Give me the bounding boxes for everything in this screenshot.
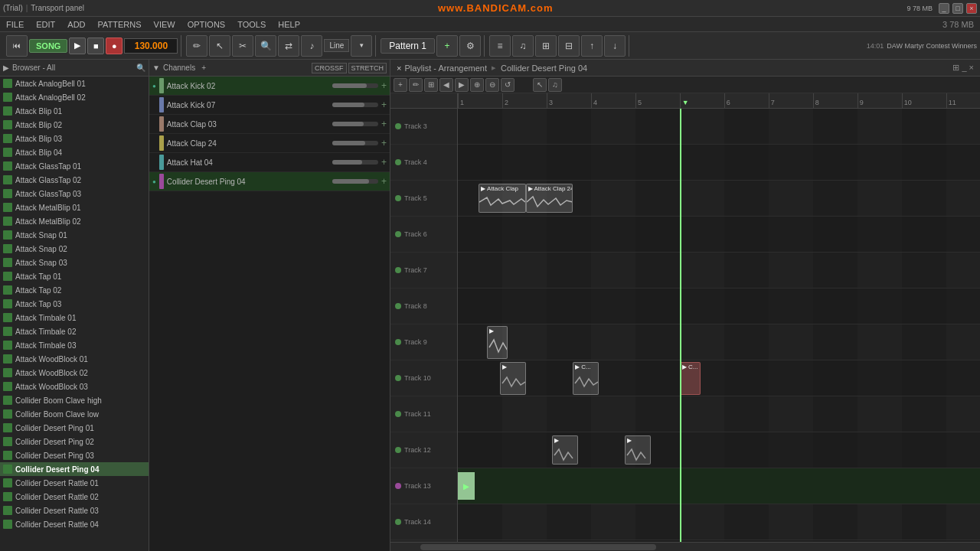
arrangement-close[interactable]: × <box>397 64 401 73</box>
track-4-row[interactable] <box>458 145 980 181</box>
channel-row-ping04[interactable]: ● Collider Desert Ping 04 + <box>149 172 390 191</box>
clip-track9[interactable]: ▶ <box>487 326 508 359</box>
record-button[interactable]: ● <box>106 37 122 54</box>
inst-item[interactable]: Collider Desert Ping 03 <box>0 448 149 462</box>
track-8-row[interactable] <box>458 289 980 324</box>
channel-volume[interactable] <box>332 122 378 126</box>
menu-patterns[interactable]: PATTERNS <box>92 18 148 31</box>
channel-plus-btn[interactable]: + <box>381 99 387 110</box>
minimize-button[interactable]: _ <box>939 3 949 14</box>
track-7-row[interactable] <box>458 253 980 289</box>
clip-track12-1[interactable]: ▶ <box>552 435 578 465</box>
track-5-row[interactable]: ▶ Attack Clap ▶ Attack Clap 24 <box>458 181 980 217</box>
stretch-btn[interactable]: STRETCH <box>348 63 387 73</box>
inst-item[interactable]: Collider Desert Rattle 02 <box>0 490 149 504</box>
panel-close[interactable]: × <box>969 63 974 73</box>
track-14-row[interactable] <box>458 504 980 540</box>
inst-item[interactable]: Attack Blip 02 <box>0 118 149 132</box>
track-13-row[interactable]: ▶ ▶ ▶ ▶ ▶ ▶ ▶ ▶ ▶ ▶ ▶ ▶ ▶ <box>458 468 980 504</box>
line-expand[interactable]: ▼ <box>351 35 372 57</box>
inst-item[interactable]: Attack Blip 04 <box>0 145 149 159</box>
rewind-button[interactable]: ⏮ <box>6 35 28 57</box>
inst-item[interactable]: Collider Desert Ping 01 <box>0 421 149 435</box>
inst-item[interactable]: Collider Desert Rattle 04 <box>0 517 149 531</box>
inst-item[interactable]: Attack Tap 03 <box>0 297 149 311</box>
crossfade-btn[interactable]: CROSSF <box>312 63 347 73</box>
clip-track10-1[interactable]: ▶ <box>500 362 526 395</box>
menu-add[interactable]: ADD <box>61 18 91 31</box>
snap-button[interactable]: ⊟ <box>558 35 580 57</box>
pattern-settings[interactable]: ⚙ <box>459 35 481 57</box>
horizontal-scrollbar[interactable] <box>390 542 980 551</box>
channel-volume[interactable] <box>332 141 378 145</box>
inst-item[interactable]: Collider Boom Clave high <box>0 393 149 407</box>
bpm-display[interactable]: 130.000 <box>124 38 178 54</box>
pattern-add[interactable]: + <box>436 35 458 57</box>
channel-plus-btn[interactable]: + <box>381 80 387 91</box>
channel-row-kick07[interactable]: ● Attack Kick 07 + <box>149 96 390 115</box>
inst-item[interactable]: Attack Timbale 02 <box>0 324 149 338</box>
inst-item[interactable]: Attack MetalBlip 02 <box>0 214 149 228</box>
inst-item[interactable]: Attack GlassTap 03 <box>0 187 149 201</box>
track-6-row[interactable] <box>458 217 980 253</box>
inst-item[interactable]: Attack GlassTap 02 <box>0 173 149 187</box>
inst-item[interactable]: Attack Timbale 03 <box>0 338 149 352</box>
browser-search-icon[interactable]: 🔍 <box>136 64 145 72</box>
inst-item-woodblock01[interactable]: Attack WoodBlock 01 <box>0 352 149 366</box>
inst-item[interactable]: Attack Snap 02 <box>0 242 149 256</box>
channel-volume[interactable] <box>332 160 378 165</box>
channel-volume[interactable] <box>332 83 378 88</box>
inst-item[interactable]: Attack Tap 01 <box>0 269 149 283</box>
arr-tool-zoom-in[interactable]: ⊕ <box>470 78 484 92</box>
inst-item[interactable]: Attack MetalBlip 01 <box>0 201 149 214</box>
inst-item[interactable]: Attack AnalogBell 01 <box>0 77 149 90</box>
arr-tool-left[interactable]: ◀ <box>439 78 453 92</box>
tool-zoom[interactable]: 🔍 <box>255 35 276 57</box>
timeline-ruler[interactable]: 1 2 3 4 5 ▼ 6 7 8 9 10 11 <box>458 93 980 109</box>
arr-tool-right[interactable]: ▶ <box>455 78 469 92</box>
piano-button[interactable]: ♫ <box>512 35 534 57</box>
track-9-row[interactable]: ▶ <box>458 324 980 360</box>
line-mode[interactable]: Line <box>324 39 349 52</box>
clip-track10-2[interactable]: ▶ C... <box>573 362 599 395</box>
play-button[interactable]: ▶ <box>69 37 86 54</box>
inst-item[interactable]: Collider Boom Clave low <box>0 407 149 421</box>
arrow-clip[interactable]: ▶ <box>458 472 475 500</box>
maximize-button[interactable]: □ <box>952 3 963 14</box>
close-button[interactable]: × <box>966 3 977 14</box>
panel-detach[interactable]: ⊞ <box>952 63 959 73</box>
clip-track12-2[interactable]: ▶ <box>625 435 651 465</box>
panel-minimize[interactable]: _ <box>962 63 966 73</box>
tool-select[interactable]: ↖ <box>209 35 230 57</box>
inst-item-woodblock03[interactable]: Attack WoodBlock 03 <box>0 380 149 393</box>
channel-plus-btn[interactable]: + <box>381 119 387 129</box>
channel-button[interactable]: ⊞ <box>535 35 557 57</box>
tool-slide[interactable]: ⇄ <box>278 35 299 57</box>
menu-view[interactable]: VIEW <box>148 18 181 31</box>
menu-tools[interactable]: TOOLS <box>231 18 272 31</box>
channel-plus-btn[interactable]: + <box>381 176 387 187</box>
menu-help[interactable]: HELP <box>272 18 306 31</box>
channel-add[interactable]: + <box>201 64 206 72</box>
inst-item[interactable]: Collider Desert Rattle 03 <box>0 504 149 517</box>
inst-item[interactable]: Collider Desert Rattle 01 <box>0 476 149 490</box>
scrollbar-thumb[interactable] <box>420 544 656 550</box>
menu-file[interactable]: FILE <box>0 18 30 31</box>
track-15-row[interactable] <box>458 540 980 542</box>
track-12-row[interactable]: ▶ ▶ <box>458 432 980 468</box>
menu-edit[interactable]: EDIT <box>30 18 61 31</box>
track-3-row[interactable] <box>458 109 980 145</box>
clip-track10-3[interactable]: ▶ C... <box>680 362 701 395</box>
arrow-up-button[interactable]: ↑ <box>581 35 603 57</box>
inst-item[interactable]: Attack WoodBlock 02 <box>0 366 149 380</box>
channel-row-hat04[interactable]: ● Attack Hat 04 + <box>149 153 390 172</box>
channel-row-clap03[interactable]: ● Attack Clap 03 + <box>149 115 390 134</box>
inst-item-selected[interactable]: Collider Desert Ping 04 <box>0 462 149 476</box>
arr-tool-select[interactable]: ↖ <box>533 78 547 92</box>
stop-button[interactable]: ■ <box>87 37 104 54</box>
mixer-button[interactable]: ≡ <box>489 35 511 57</box>
inst-item[interactable]: Attack Snap 01 <box>0 228 149 242</box>
inst-item[interactable]: Attack Timbale 01 <box>0 311 149 324</box>
track-11-row[interactable] <box>458 396 980 432</box>
channel-plus-btn[interactable]: + <box>381 157 387 168</box>
